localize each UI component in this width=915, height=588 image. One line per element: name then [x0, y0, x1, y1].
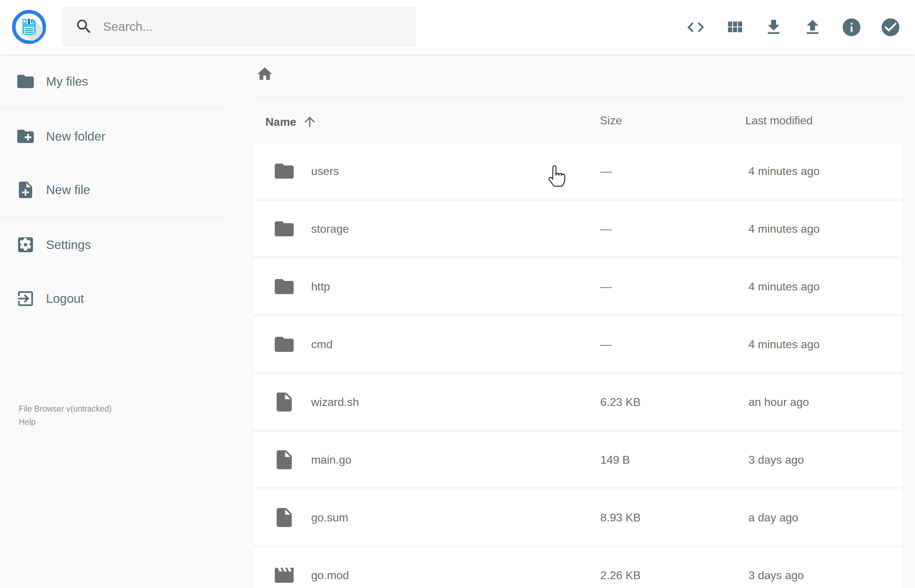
file-row[interactable]: storage — 4 minutes ago [253, 200, 903, 257]
file-row[interactable]: main.go 149 B 3 days ago [253, 431, 903, 488]
item-size: 2.26 KB [600, 569, 641, 582]
sidebar-item-logout[interactable]: Logout [0, 284, 225, 313]
sort-by-size[interactable]: Size [600, 114, 622, 127]
item-name: cmd [311, 338, 332, 351]
file-row[interactable]: wizard.sh 6.23 KB an hour ago [253, 374, 903, 430]
item-name: go.sum [311, 511, 348, 524]
folder-icon [273, 218, 296, 240]
item-size: — [600, 280, 612, 293]
item-size: 8.93 KB [600, 511, 641, 524]
upload-icon [803, 17, 823, 37]
upload-button[interactable] [803, 17, 823, 37]
item-modified: 3 days ago [748, 569, 804, 582]
filebrowser-app: My files New folder New file Settings [0, 0, 915, 588]
sidebar-item-label: My files [46, 74, 88, 89]
settings-icon [16, 235, 36, 255]
item-modified: 3 days ago [748, 453, 804, 466]
movie-icon [273, 564, 296, 586]
file-row[interactable]: users — 4 minutes ago [253, 143, 903, 199]
sidebar-divider [0, 108, 225, 108]
file-row[interactable]: go.sum 8.93 KB a day ago [253, 489, 903, 546]
folder-icon [273, 333, 296, 355]
file-row[interactable]: go.mod 2.26 KB 3 days ago [253, 547, 903, 588]
file-icon [273, 391, 296, 414]
raw-view-button[interactable] [686, 17, 706, 37]
sidebar-item-label: Logout [46, 292, 84, 306]
item-modified: 4 minutes ago [748, 280, 820, 293]
sidebar-item-new-folder[interactable]: New folder [0, 122, 225, 150]
list-header: Name Size Last modified [225, 114, 915, 128]
sidebar-item-label: New file [46, 183, 90, 197]
breadcrumb-divider [253, 97, 903, 97]
sort-by-name[interactable]: Name [265, 114, 317, 130]
sort-by-modified[interactable]: Last modified [745, 114, 813, 127]
item-size: 6.23 KB [600, 395, 641, 409]
item-name: main.go [311, 453, 352, 466]
item-size: — [600, 338, 612, 351]
new-folder-icon [16, 126, 36, 146]
item-modified: 4 minutes ago [748, 338, 820, 351]
home-icon[interactable] [256, 65, 273, 83]
logout-icon [16, 289, 36, 309]
search-input[interactable] [102, 19, 416, 34]
item-modified: 4 minutes ago [748, 164, 820, 178]
item-name: go.mod [311, 569, 349, 582]
code-icon [686, 17, 706, 37]
sidebar-item-my-files[interactable]: My files [0, 67, 225, 95]
item-size: — [600, 164, 612, 178]
help-link[interactable]: Help [19, 415, 112, 429]
item-name: users [311, 164, 339, 178]
item-name: http [311, 280, 330, 293]
select-multiple-button[interactable] [881, 17, 900, 37]
app-version: File Browser v(untracked) [19, 402, 112, 415]
folder-icon [16, 71, 36, 91]
folder-icon [273, 275, 296, 298]
item-modified: 4 minutes ago [748, 222, 820, 235]
item-size: — [600, 222, 612, 235]
sidebar-item-label: New folder [46, 129, 105, 144]
item-name: wizard.sh [311, 395, 359, 409]
grid-view-button[interactable] [725, 17, 745, 37]
sidebar-item-label: Settings [46, 237, 91, 252]
search-icon [75, 17, 93, 36]
file-row[interactable]: http — 4 minutes ago [253, 258, 903, 315]
search-bar[interactable] [62, 6, 416, 47]
download-icon [764, 17, 784, 37]
new-file-icon [16, 180, 36, 200]
info-icon [841, 17, 862, 38]
sidebar-divider [0, 217, 225, 218]
file-row[interactable]: cmd — 4 minutes ago [253, 316, 903, 372]
file-icon [273, 506, 296, 529]
select-multiple-icon [880, 17, 901, 38]
file-listing-area: Name Size Last modified users — 4 minute… [225, 55, 915, 588]
item-name: storage [311, 222, 349, 235]
item-modified: an hour ago [748, 395, 809, 409]
sidebar: My files New folder New file Settings [0, 55, 225, 588]
top-bar [0, 0, 915, 55]
folder-icon [273, 160, 296, 183]
download-button[interactable] [764, 17, 784, 37]
column-name-label: Name [265, 115, 296, 129]
file-icon [273, 448, 296, 471]
sidebar-item-new-file[interactable]: New file [0, 176, 225, 204]
file-list: users — 4 minutes ago storage — 4 minute… [253, 143, 903, 588]
toolbar [686, 0, 900, 55]
filebrowser-logo[interactable] [11, 9, 47, 45]
sidebar-item-settings[interactable]: Settings [0, 231, 225, 259]
info-button[interactable] [842, 17, 862, 37]
item-size: 149 B [600, 453, 630, 466]
item-modified: a day ago [748, 511, 799, 524]
sort-ascending-icon [302, 114, 317, 130]
sidebar-footer: File Browser v(untracked) Help [19, 402, 112, 429]
grid-view-icon [725, 17, 745, 37]
